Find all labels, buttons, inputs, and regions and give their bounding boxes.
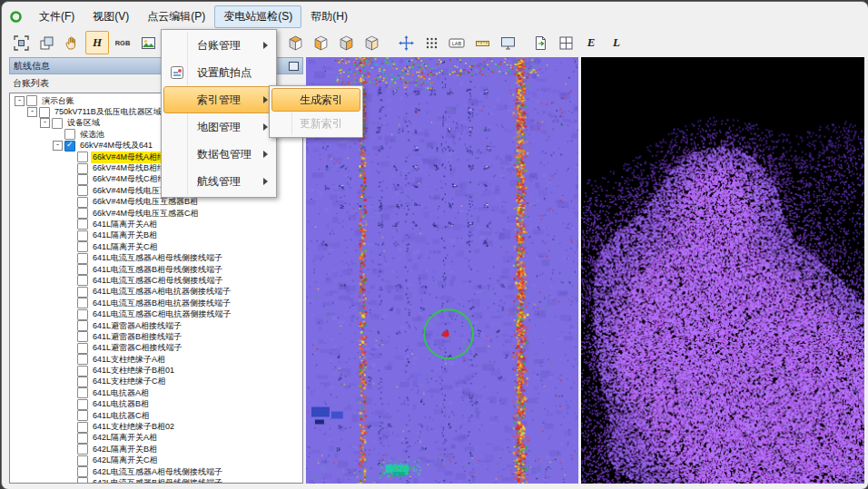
tree-checkbox[interactable] [77,366,88,377]
tree-checkbox[interactable] [77,331,88,342]
tree-row[interactable]: 642L隔离开关C相 [12,455,302,466]
pointcloud-3d-view[interactable] [581,57,864,484]
panel-dock-icon[interactable] [289,62,299,71]
tree-row[interactable]: 641L隔离开关A相 [12,219,302,230]
tree-node-label[interactable]: 641L电流互感器B相电抗器侧接线端子 [91,298,232,309]
tree-checkbox[interactable] [77,185,88,196]
tree-node-label[interactable]: 642L电流互感器A相母线侧接线端子 [91,466,224,478]
tree-row[interactable]: 641L电流互感器B相母线侧接线端子 [12,264,302,275]
elevation-button[interactable]: E [579,31,603,54]
tree-checkbox[interactable] [77,309,88,320]
collapse-icon[interactable]: - [27,107,37,117]
tree-node-label[interactable]: 641L隔离开关A相 [91,219,159,230]
tree-checkbox[interactable] [77,320,88,331]
tree-checkbox[interactable] [77,466,88,477]
height-colormap-button[interactable]: H [85,31,109,54]
tree-row[interactable]: 641L避雷器C相接线端子 [12,343,302,354]
collapse-icon[interactable]: - [53,141,63,151]
tree-node-label[interactable]: 642L隔离开关C相 [91,455,160,466]
line-button[interactable]: L [605,31,628,54]
tree-node-label[interactable]: 641L电流互感器C相母线侧接线端子 [91,275,225,287]
tree-row[interactable]: 642L电流互感器A相母线侧接线端子 [12,466,302,477]
tree-checkbox[interactable] [77,163,88,174]
tree-node-label[interactable]: 641L电流互感器A相母线侧接线端子 [91,252,224,264]
tree-node-label[interactable]: 641L电抗器B相 [91,398,151,410]
tree-checkbox[interactable] [77,152,88,162]
tree-checkbox[interactable] [77,444,88,455]
view-top-button[interactable] [283,31,307,54]
capture-view-button[interactable] [35,31,58,54]
menu-item-ledger-management[interactable]: 台账管理 [163,32,274,59]
pan-hand-button[interactable] [60,31,84,54]
tree-checkbox[interactable] [52,118,63,129]
tree-row[interactable]: 641L电流互感器C相母线侧接线端子 [12,275,302,286]
menu-pointcloud-edit[interactable]: 点云编辑(P) [138,5,214,28]
menu-item-map-management[interactable]: 地图管理 [163,113,274,141]
tree-checkbox[interactable] [77,455,88,466]
move-axis-button[interactable] [394,31,418,54]
tree-row[interactable]: 641L电抗器A相 [12,387,302,398]
tree-row[interactable]: 642L电流互感器B相母线侧接线端子 [12,477,302,484]
measure-button[interactable] [470,31,494,54]
view-front-button[interactable] [309,31,332,54]
tree-checkbox[interactable] [77,377,88,387]
tree-node-label[interactable]: 66kV#4M母线电压互感器C相 [91,208,201,220]
tree-row[interactable]: 641L避雷器B相接线端子 [12,331,302,342]
menu-item-datapack-management[interactable]: 数据包管理 [163,141,274,168]
tree-checkbox[interactable] [77,241,88,252]
tree-row[interactable]: 641L电流互感器C相电抗器侧接线端子 [12,308,302,319]
menu-view[interactable]: 视图(V) [84,5,138,28]
tree-node-label[interactable]: 641L电流互感器C相电抗器侧接线端子 [91,308,233,320]
tree-node-label[interactable]: 641L支柱绝缘子A相 [91,354,167,366]
tree-checkbox[interactable] [64,141,75,152]
menu-item-route-management[interactable]: 航线管理 [163,168,274,195]
grid-view-button[interactable] [554,31,577,54]
tree-checkbox[interactable] [26,95,37,106]
menu-item-generate-index[interactable]: 生成索引 [271,88,360,112]
tree-node-label[interactable]: 641L隔离开关C相 [91,241,160,253]
menu-file[interactable]: 文件(F) [30,5,84,28]
tree-row[interactable]: 641L支柱绝缘子A相 [12,354,302,365]
tree-node-label[interactable]: 641L避雷器B相接线端子 [91,331,183,343]
tree-row[interactable]: 641L支柱绝缘子B相01 [12,365,302,376]
tree-row[interactable]: 641L隔离开关B相 [12,230,302,241]
tree-checkbox[interactable] [77,253,88,264]
collapse-icon[interactable]: - [15,96,25,106]
tree-row[interactable]: 641L支柱绝缘子B相02 [12,421,302,432]
tree-checkbox[interactable] [77,208,88,219]
export-button[interactable] [528,31,552,54]
tree-row[interactable]: 641L避雷器A相接线端子 [12,320,302,331]
tree-checkbox[interactable] [77,275,88,286]
tree-row[interactable]: 66kV#4M母线电压互感器C相 [12,208,302,219]
label-tool-button[interactable]: LAB [445,31,469,54]
tree-checkbox[interactable] [77,197,88,208]
tree-node-label[interactable]: 641L隔离开关B相 [91,230,159,241]
tree-checkbox[interactable] [77,399,88,410]
tree-node-label[interactable]: 641L避雷器C相接线端子 [91,342,184,354]
tree-row[interactable]: 641L支柱绝缘子C相 [12,377,302,387]
tree-row[interactable]: 641L电抗器C相 [12,410,302,421]
tree-node-label[interactable]: 641L避雷器A相接线端子 [91,320,183,332]
tree-node-label[interactable]: 641L支柱绝缘子B相01 [91,365,176,377]
tree-node-label[interactable]: 641L电抗器A相 [91,387,151,399]
menu-item-set-waypoint[interactable]: 设置航拍点 [163,59,274,86]
tree-node-label[interactable]: 66kV#4M母线及641 [78,140,154,152]
image-view-button[interactable] [136,31,160,54]
tree-checkbox[interactable] [77,387,88,398]
tree-node-label[interactable]: 641L支柱绝缘子B相02 [91,421,176,433]
view-side-button[interactable] [334,31,358,54]
tree-node-label[interactable]: 641L电流互感器B相母线侧接线端子 [91,264,224,276]
tree-node-label[interactable]: 641L电流互感器A相电抗器侧接线端子 [91,286,232,298]
tree-row[interactable]: 641L电抗器B相 [12,399,302,410]
tree-node-label[interactable]: 候选池 [78,129,106,141]
display-button[interactable] [496,31,519,54]
zoom-extents-button[interactable] [9,31,33,54]
view-iso-button[interactable] [360,31,383,54]
tree-checkbox[interactable] [77,264,88,275]
tree-node-label[interactable]: 750kV711B及低压电抗器区域 [53,106,163,118]
tree-row[interactable]: 641L电流互感器B相电抗器侧接线端子 [12,298,302,308]
tree-checkbox[interactable] [64,129,75,140]
tree-checkbox[interactable] [77,219,88,230]
tree-row[interactable]: 642L隔离开关B相 [12,444,302,455]
tree-node-label[interactable]: 641L电抗器C相 [91,410,152,422]
